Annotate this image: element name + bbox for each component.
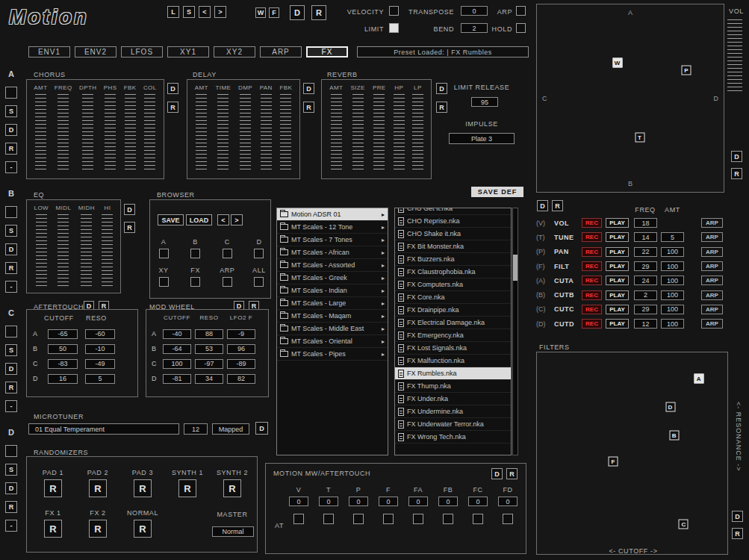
mod-wheel-reso-value[interactable]: -97: [195, 359, 223, 369]
file-row[interactable]: FX Malfunction.nka: [395, 355, 511, 367]
slot-button[interactable]: R: [5, 382, 17, 393]
fx-slider[interactable]: HP: [394, 84, 405, 178]
tab[interactable]: ENV2: [75, 46, 116, 57]
fx-slider[interactable]: AMT: [329, 84, 343, 178]
fx-slider[interactable]: PAN: [260, 84, 273, 178]
wf-button[interactable]: W: [255, 7, 266, 18]
file-row[interactable]: FX Electrical Damage.nka: [395, 317, 511, 329]
slider-ladder[interactable]: [81, 214, 92, 286]
slot-button[interactable]: R: [5, 262, 17, 274]
slider-ladder[interactable]: [261, 94, 272, 172]
arp-toggle-button[interactable]: ARP: [701, 305, 723, 314]
file-row[interactable]: FX Claustrophobia.nka: [395, 266, 511, 279]
arp-toggle-button[interactable]: ARP: [701, 247, 723, 257]
freq-value[interactable]: 22: [634, 247, 657, 257]
play-button[interactable]: PLAY: [606, 247, 629, 257]
randomize-button[interactable]: R: [134, 520, 152, 538]
file-row[interactable]: FX Underwater Terror.nka: [395, 418, 511, 431]
slider-ladder[interactable]: [331, 94, 342, 172]
motion-mw-value[interactable]: 0: [319, 497, 338, 506]
amt-value[interactable]: 100: [661, 290, 684, 300]
slot-button[interactable]: -: [5, 520, 17, 532]
tab[interactable]: XY2: [214, 46, 255, 57]
mod-wheel-lfo2-value[interactable]: 96: [227, 344, 255, 354]
wf-button[interactable]: F: [269, 7, 279, 18]
randomize-button[interactable]: R: [223, 479, 241, 497]
default-random-button[interactable]: D: [290, 5, 305, 20]
freq-value[interactable]: 14: [634, 232, 657, 242]
play-button[interactable]: PLAY: [606, 261, 629, 271]
fx-slider[interactable]: DPTH: [79, 84, 96, 178]
amt-value[interactable]: 100: [661, 276, 684, 285]
velocity-checkbox[interactable]: [389, 6, 399, 16]
slot-button[interactable]: R: [5, 143, 17, 155]
slider-ladder[interactable]: [58, 214, 69, 286]
motion-mw-value[interactable]: 0: [408, 497, 428, 506]
slot-button[interactable]: S: [5, 464, 17, 476]
slider-ladder[interactable]: [217, 94, 229, 172]
slot-button[interactable]: [5, 445, 17, 457]
browser-save-button[interactable]: SAVE: [158, 214, 184, 225]
slot-button[interactable]: [5, 326, 17, 337]
tab[interactable]: ENV1: [28, 46, 70, 57]
eq-random-button[interactable]: R: [124, 222, 135, 233]
microtuner-default-button[interactable]: D: [255, 422, 268, 435]
amt-value[interactable]: 100: [661, 319, 684, 329]
freq-value[interactable]: 12: [634, 319, 657, 329]
amt-value[interactable]: 100: [661, 305, 684, 314]
aftertouch-cutoff-value[interactable]: 16: [48, 374, 78, 384]
eq-slider[interactable]: HI: [102, 205, 113, 293]
filters-pad[interactable]: ADBFC: [536, 352, 728, 555]
tab[interactable]: ARP: [260, 46, 302, 57]
fx-slider[interactable]: PRE: [373, 84, 386, 178]
mod-wheel-reso-value[interactable]: 53: [195, 344, 223, 354]
motion-mw-random-button[interactable]: R: [506, 468, 518, 479]
browser-prev-button[interactable]: <: [217, 214, 229, 225]
slider-ladder[interactable]: [394, 94, 405, 172]
motion-mw-at-checkbox[interactable]: [413, 514, 423, 524]
file-row[interactable]: FX Core.nka: [395, 291, 511, 304]
aftertouch-reso-value[interactable]: -49: [85, 359, 115, 369]
fx-slider[interactable]: AMT: [34, 84, 47, 178]
freq-value[interactable]: 29: [634, 261, 657, 271]
xy-default-button[interactable]: D: [731, 151, 742, 162]
file-row[interactable]: FX Thump.nka: [395, 380, 511, 393]
eq-slider[interactable]: MIDH: [78, 205, 95, 293]
slider-ladder[interactable]: [35, 94, 46, 172]
rec-button[interactable]: REC: [582, 261, 602, 271]
eq-default-button[interactable]: D: [124, 204, 135, 215]
slider-ladder[interactable]: [240, 94, 251, 172]
file-list-scrollbar[interactable]: [512, 208, 518, 455]
rec-button[interactable]: REC: [582, 247, 602, 257]
slot-button[interactable]: [5, 87, 17, 99]
chorus-random-button[interactable]: R: [167, 102, 178, 113]
group-toggle-checkbox[interactable]: [223, 277, 232, 287]
file-row[interactable]: FX Lost Signals.nka: [395, 342, 511, 355]
play-button[interactable]: PLAY: [606, 305, 629, 314]
aftertouch-cutoff-value[interactable]: -65: [48, 329, 78, 339]
randomize-button[interactable]: R: [44, 520, 62, 538]
file-row[interactable]: FX Wrong Tech.nka: [395, 431, 511, 444]
limit-release-value[interactable]: 95: [471, 97, 498, 107]
file-row[interactable]: FX Bit Monster.nka: [395, 240, 511, 253]
slot-toggle-checkbox[interactable]: [223, 249, 232, 258]
fx-slider[interactable]: DMP: [238, 84, 252, 178]
arp-toggle-button[interactable]: ARP: [701, 218, 723, 228]
tab[interactable]: FX: [306, 46, 348, 57]
slot-button[interactable]: S: [5, 344, 17, 356]
slider-ladder[interactable]: [280, 94, 291, 172]
header-nav-button[interactable]: S: [183, 6, 195, 18]
amt-value[interactable]: 100: [661, 247, 684, 257]
xy-pad-main[interactable]: A C D B WPT: [536, 4, 724, 193]
arp-toggle-button[interactable]: ARP: [701, 261, 723, 271]
tab[interactable]: XY1: [167, 46, 209, 57]
motion-mw-at-checkbox[interactable]: [293, 514, 304, 524]
aftertouch-cutoff-value[interactable]: -83: [48, 359, 78, 369]
fx-slider[interactable]: SIZE: [350, 84, 364, 178]
slider-ladder[interactable]: [102, 214, 113, 286]
slider-ladder[interactable]: [412, 94, 423, 172]
filter-marker[interactable]: D: [665, 402, 675, 411]
slider-ladder[interactable]: [144, 94, 155, 172]
motion-mw-at-checkbox[interactable]: [353, 514, 364, 524]
arp-toggle-button[interactable]: ARP: [701, 232, 723, 242]
